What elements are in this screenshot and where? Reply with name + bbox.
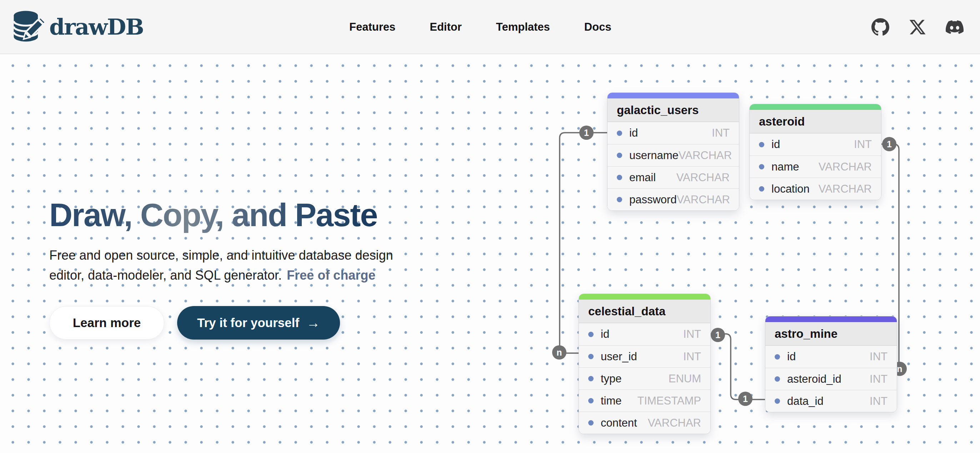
relationship-line-1	[710, 334, 766, 399]
top-navbar: drawDB Features Editor Templates Docs	[0, 0, 980, 54]
field-dot-icon	[759, 142, 764, 147]
field-type: INT	[870, 350, 888, 363]
field-name: location	[772, 183, 819, 195]
drawdb-logo[interactable]: drawDB	[12, 8, 143, 45]
cardinality-badge-label: 1	[887, 139, 892, 149]
table-field-row: typeENUM	[579, 367, 710, 390]
drawdb-logo-icon	[12, 8, 45, 45]
diagram-canvas: 1n111n galactic_usersidINTusernameVARCHA…	[0, 54, 980, 453]
table-field-row: idINT	[749, 133, 881, 155]
table-title: celestial_data	[579, 299, 710, 323]
table-field-row: usernameVARCHAR	[608, 144, 739, 166]
table-astro_mine: astro_mineidINTasteroid_idINTdata_idINT	[765, 316, 897, 412]
field-dot-icon	[759, 164, 764, 169]
table-field-row: passwordVARCHAR	[608, 188, 739, 211]
field-dot-icon	[588, 354, 593, 359]
github-icon[interactable]	[872, 18, 889, 36]
field-type: INT	[854, 138, 872, 151]
table-field-row: idINT	[765, 345, 897, 368]
hero-description-line2: editor, data-modeler, and SQL generator.	[49, 268, 282, 282]
field-name: asteroid_id	[787, 373, 870, 386]
table-field-row: timeTIMESTAMP	[579, 390, 710, 412]
field-dot-icon	[617, 153, 622, 158]
field-type: INT	[870, 373, 888, 386]
field-type: INT	[683, 328, 701, 341]
field-dot-icon	[588, 376, 593, 381]
field-name: name	[772, 160, 819, 173]
field-type: ENUM	[668, 372, 701, 385]
field-name: email	[629, 171, 676, 184]
hero-section: Draw, Copy, and Paste Free and open sour…	[49, 196, 393, 340]
discord-icon[interactable]	[946, 18, 964, 36]
field-name: time	[601, 394, 637, 407]
field-dot-icon	[775, 354, 780, 360]
brand-name: drawDB	[49, 14, 143, 40]
field-type: VARCHAR	[676, 171, 730, 184]
field-name: id	[787, 350, 870, 363]
table-field-row: asteroid_idINT	[765, 368, 897, 390]
nav-link-templates[interactable]: Templates	[496, 21, 550, 33]
table-asteroid: asteroididINTnameVARCHARlocationVARCHAR	[749, 104, 881, 200]
table-title: asteroid	[749, 110, 881, 133]
field-type: VARCHAR	[819, 160, 872, 173]
arrow-right-icon: →	[306, 316, 320, 329]
table-accent-bar	[608, 93, 739, 98]
try-it-button[interactable]: Try it for yourself →	[177, 306, 340, 340]
field-name: user_id	[601, 350, 683, 363]
field-dot-icon	[775, 376, 780, 382]
cardinality-badge-label: 1	[715, 330, 721, 340]
try-it-label: Try it for yourself	[197, 316, 299, 330]
field-dot-icon	[588, 420, 593, 426]
hero-title: Draw, Copy, and Paste	[49, 196, 393, 234]
cardinality-badge-label: n	[557, 347, 562, 357]
table-accent-bar	[765, 317, 897, 322]
learn-more-button[interactable]: Learn more	[49, 306, 164, 340]
hero-description-line1: Free and open source, simple, and intuit…	[49, 248, 393, 263]
hero-cta-row: Learn more Try it for yourself →	[49, 306, 393, 340]
hero-description: Free and open source, simple, and intuit…	[49, 246, 393, 285]
table-accent-bar	[579, 294, 710, 299]
field-dot-icon	[617, 175, 622, 180]
field-name: username	[629, 149, 679, 162]
cardinality-badge-label: n	[897, 364, 902, 374]
field-dot-icon	[588, 398, 593, 404]
cardinality-badge-label: 1	[743, 394, 748, 404]
table-field-row: locationVARCHAR	[749, 177, 881, 200]
social-links	[872, 0, 964, 54]
table-field-row: contentVARCHAR	[579, 412, 710, 434]
table-celestial_data: celestial_dataidINTuser_idINTtypeENUMtim…	[579, 293, 711, 434]
cardinality-badge-label: 1	[584, 128, 589, 138]
table-accent-bar	[749, 104, 881, 110]
table-field-row: idINT	[579, 323, 710, 345]
table-galactic_users: galactic_usersidINTusernameVARCHARemailV…	[607, 92, 739, 211]
field-name: id	[601, 328, 683, 341]
field-type: TIMESTAMP	[637, 394, 701, 407]
field-type: VARCHAR	[679, 149, 732, 162]
field-type: INT	[683, 350, 701, 363]
table-field-row: emailVARCHAR	[608, 166, 739, 188]
field-dot-icon	[617, 197, 622, 202]
table-field-row: idINT	[608, 122, 739, 144]
field-type: VARCHAR	[648, 417, 701, 429]
field-type: VARCHAR	[677, 193, 730, 206]
field-dot-icon	[759, 186, 764, 192]
main-nav: Features Editor Templates Docs	[349, 0, 611, 54]
field-dot-icon	[588, 332, 593, 337]
nav-link-features[interactable]: Features	[349, 21, 395, 33]
field-name: password	[629, 193, 677, 206]
field-name: data_id	[787, 395, 870, 408]
nav-link-docs[interactable]: Docs	[584, 21, 611, 33]
field-type: INT	[870, 395, 888, 408]
field-name: id	[629, 127, 712, 139]
field-type: VARCHAR	[819, 183, 872, 195]
field-name: content	[601, 417, 648, 429]
table-field-row: nameVARCHAR	[749, 155, 881, 177]
free-of-charge-text: Free of charge	[287, 268, 375, 282]
x-twitter-icon[interactable]	[908, 18, 926, 36]
table-title: galactic_users	[608, 98, 739, 122]
field-dot-icon	[617, 131, 622, 136]
table-title: astro_mine	[765, 322, 897, 345]
field-name: id	[772, 138, 854, 151]
nav-link-editor[interactable]: Editor	[430, 21, 462, 33]
field-dot-icon	[775, 398, 780, 404]
